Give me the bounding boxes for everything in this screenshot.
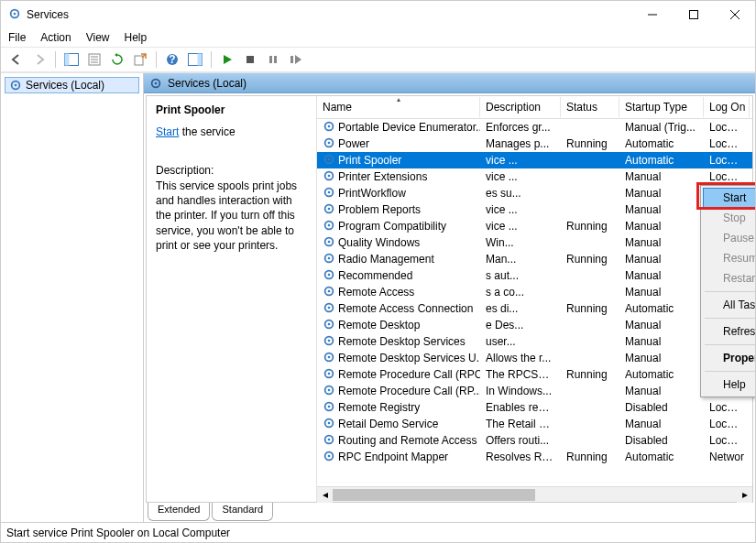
scroll-thumb[interactable] xyxy=(333,489,535,501)
service-name: Remote Procedure Call (RPC) xyxy=(338,368,480,381)
table-row[interactable]: Remote Desktop Services U...Allows the r… xyxy=(317,350,752,366)
svg-point-58 xyxy=(328,388,331,391)
table-row[interactable]: RPC Endpoint MapperResolves RP...Running… xyxy=(317,449,752,465)
service-desc: Enables rem... xyxy=(480,401,561,414)
tab-extended[interactable]: Extended xyxy=(148,503,210,521)
service-startup: Manual xyxy=(619,335,704,348)
gear-icon xyxy=(323,120,335,136)
show-hide-tree-button[interactable] xyxy=(61,49,82,70)
service-name: Remote Desktop xyxy=(338,319,420,331)
service-name: Printer Extensions xyxy=(338,170,427,183)
ctx-start[interactable]: Start xyxy=(703,188,756,208)
refresh-button[interactable] xyxy=(107,49,127,70)
scroll-right-icon[interactable]: ▸ xyxy=(737,487,752,503)
service-name: Remote Access Connection xyxy=(338,302,473,315)
table-row[interactable]: Retail Demo ServiceThe Retail D...Manual… xyxy=(317,416,752,432)
menu-action[interactable]: Action xyxy=(40,31,71,44)
svg-rect-19 xyxy=(274,56,277,63)
menu-view[interactable]: View xyxy=(86,31,110,44)
service-name: Power xyxy=(338,137,369,150)
ctx-refresh[interactable]: Refresh xyxy=(703,321,756,342)
ctx-properties[interactable]: Properties xyxy=(703,348,756,368)
service-name: Program Compatibility xyxy=(338,220,446,233)
action-pane-button[interactable] xyxy=(185,49,205,70)
service-desc: vice ... xyxy=(480,170,561,183)
column-header-status[interactable]: Status xyxy=(561,97,619,117)
horizontal-scrollbar[interactable]: ◂ ▸ xyxy=(317,486,752,502)
table-row[interactable]: Remote Access Connectiones di...RunningA… xyxy=(317,300,752,317)
table-row[interactable]: Routing and Remote AccessOffers routi...… xyxy=(317,432,752,449)
service-startup: Manual (Trig... xyxy=(619,121,704,134)
service-desc: Enforces gr... xyxy=(480,121,561,134)
service-startup: Disabled xyxy=(619,401,704,414)
minimize-button[interactable] xyxy=(631,1,673,28)
service-startup: Disabled xyxy=(619,434,704,447)
service-name: Routing and Remote Access xyxy=(338,434,477,447)
table-row[interactable]: Remote Desktope Des...ManualLocal Sy xyxy=(317,317,752,333)
gear-icon xyxy=(323,334,335,350)
svg-rect-17 xyxy=(247,56,254,63)
table-row[interactable]: Recommendeds aut...ManualLocal Sy xyxy=(317,267,752,284)
service-startup: Manual xyxy=(619,203,704,216)
column-header-logon[interactable]: Log On xyxy=(704,97,750,117)
service-startup: Automatic xyxy=(619,302,704,315)
restart-service-button[interactable] xyxy=(286,49,306,70)
maximize-button[interactable] xyxy=(673,1,714,28)
start-link[interactable]: Start xyxy=(156,125,179,138)
table-row[interactable]: Program Compatibilityvice ...RunningManu… xyxy=(317,218,752,234)
ctx-stop: Stop xyxy=(703,208,756,228)
tree-node-label: Services (Local) xyxy=(26,79,104,92)
svg-point-62 xyxy=(328,421,331,424)
back-button[interactable] xyxy=(6,49,27,70)
ctx-pause: Pause xyxy=(703,228,756,248)
table-row[interactable]: Printer Extensionsvice ...ManualLocal Sy xyxy=(317,168,752,185)
column-header-startup[interactable]: Startup Type xyxy=(619,97,704,117)
table-row[interactable]: Radio ManagementMan...RunningManualLocal… xyxy=(317,251,752,267)
forward-button[interactable] xyxy=(29,49,49,70)
table-row[interactable]: Remote Desktop Servicesuser...ManualNetw… xyxy=(317,333,752,350)
table-row[interactable]: Remote RegistryEnables rem...DisabledLoc… xyxy=(317,399,752,416)
table-row[interactable]: Portable Device Enumerator...Enforces gr… xyxy=(317,119,752,136)
stop-service-button[interactable] xyxy=(240,49,260,70)
help-button[interactable]: ? xyxy=(162,49,182,70)
statusbar: Start service Print Spooler on Local Com… xyxy=(1,522,755,542)
menu-file[interactable]: File xyxy=(8,31,26,44)
table-row[interactable]: Quality WindowsWin...ManualLocal Se xyxy=(317,234,752,251)
tab-standard[interactable]: Standard xyxy=(212,503,273,521)
service-name: Portable Device Enumerator... xyxy=(338,121,480,134)
column-header-name[interactable]: Name▴ xyxy=(317,97,480,117)
service-desc: Manages p... xyxy=(480,137,561,150)
service-status: Running xyxy=(561,220,619,233)
svg-point-34 xyxy=(328,190,331,193)
table-row[interactable]: PowerManages p...RunningAutomaticLocal S… xyxy=(317,136,752,152)
ctx-help[interactable]: Help xyxy=(703,375,756,395)
pause-service-button[interactable] xyxy=(263,49,283,70)
scroll-left-icon[interactable]: ◂ xyxy=(317,487,333,503)
tree-node-services-local[interactable]: Services (Local) xyxy=(5,77,139,93)
service-name: Problem Reports xyxy=(338,203,421,216)
svg-point-52 xyxy=(328,339,331,342)
svg-point-28 xyxy=(328,141,331,144)
svg-point-30 xyxy=(328,157,331,160)
table-row[interactable]: Problem Reportsvice ...ManualLocal Sy xyxy=(317,201,752,218)
table-row[interactable]: Remote Procedure Call (RPC)The RPCSS s..… xyxy=(317,366,752,383)
properties-button[interactable] xyxy=(84,49,104,70)
gear-icon xyxy=(149,77,162,90)
export-button[interactable] xyxy=(130,49,150,70)
ctx-all-tasks[interactable]: All Tasks xyxy=(703,295,756,315)
service-logon: Local Sy xyxy=(704,137,750,150)
service-startup: Manual xyxy=(619,253,704,266)
start-service-button[interactable] xyxy=(217,49,237,70)
table-row[interactable]: Remote Accesss a co...ManualLocal Sy xyxy=(317,284,752,300)
table-row[interactable]: Print Spoolervice ...AutomaticLocal Sy xyxy=(317,152,752,168)
service-logon: Local Sy xyxy=(704,418,750,430)
svg-point-40 xyxy=(328,240,331,243)
table-row[interactable]: PrintWorkflowes su...ManualLocal Sy xyxy=(317,185,752,201)
service-logon: Local Sy xyxy=(704,434,750,447)
table-row[interactable]: Remote Procedure Call (RP...In Windows..… xyxy=(317,383,752,399)
service-desc: Win... xyxy=(480,236,561,249)
menu-help[interactable]: Help xyxy=(125,31,148,44)
close-button[interactable] xyxy=(714,1,755,28)
column-header-description[interactable]: Description xyxy=(480,97,561,117)
service-desc: e Des... xyxy=(480,319,561,331)
